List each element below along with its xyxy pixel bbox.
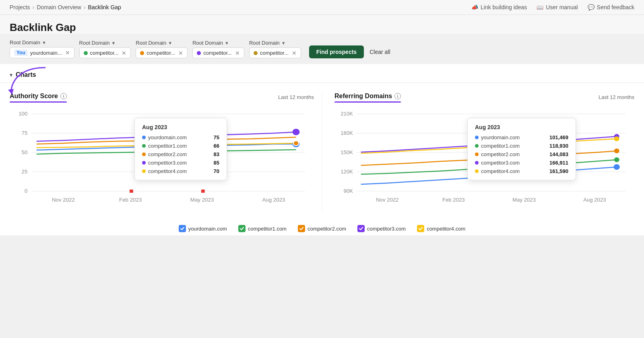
- dot-4: [254, 51, 258, 55]
- close-pill-4[interactable]: ✕: [292, 50, 297, 56]
- dot-2: [140, 51, 144, 55]
- breadcrumb-projects[interactable]: Projects: [10, 4, 30, 10]
- filter-group-0: Root Domain ▼ You yourdomain... ✕: [10, 39, 74, 58]
- filter-pill-0: You yourdomain... ✕: [10, 47, 74, 58]
- tooltip-row-as-2: competitor2.com 83: [142, 151, 219, 157]
- svg-text:90K: 90K: [344, 189, 353, 194]
- svg-text:Aug 2023: Aug 2023: [262, 198, 285, 203]
- svg-point-18: [293, 141, 299, 146]
- referring-domains-tooltip: Aug 2023 yourdomain.com 101,469 competit…: [467, 118, 576, 180]
- svg-text:May 2023: May 2023: [190, 198, 214, 203]
- legend-item-1[interactable]: competitor1.com: [238, 225, 287, 232]
- page-title: Backlink Gap: [10, 21, 634, 34]
- page-title-bar: Backlink Gap: [0, 15, 644, 34]
- filter-group-4: Root Domain ▼ competitor... ✕: [249, 40, 301, 58]
- referring-domains-underline: [334, 101, 401, 103]
- root-domain-label-3[interactable]: Root Domain ▼: [192, 40, 244, 46]
- comment-icon: 💬: [588, 4, 594, 10]
- svg-text:50: 50: [22, 150, 28, 155]
- authority-score-chart: 100 75 50 25 0 Nov 2022 Feb 2023 May 202…: [10, 106, 314, 212]
- svg-text:150K: 150K: [341, 150, 353, 155]
- referring-domains-chart: 210K 180K 150K 120K 90K Nov 2022 Feb 202…: [334, 106, 634, 212]
- svg-text:100: 100: [19, 111, 27, 117]
- svg-text:Nov 2022: Nov 2022: [376, 198, 398, 203]
- svg-text:210K: 210K: [341, 111, 353, 117]
- tooltip-row-rd-3: competitor3.com 166,911: [475, 160, 568, 166]
- header-actions: 📣 Link building ideas 📖 User manual 💬 Se…: [471, 4, 634, 10]
- legend-item-0[interactable]: yourdomain.com: [179, 225, 227, 232]
- referring-domains-info-icon[interactable]: i: [394, 93, 401, 99]
- tooltip-row-as-0: yourdomain.com 75: [142, 134, 219, 140]
- referring-domains-title: Referring Domains: [334, 93, 392, 100]
- svg-rect-15: [130, 190, 133, 193]
- tooltip-row-as-1: competitor1.com 66: [142, 143, 219, 149]
- filter-group-3: Root Domain ▼ competitor... ✕: [192, 40, 244, 58]
- svg-marker-0: [8, 89, 14, 95]
- annotation-arrow: [5, 66, 53, 98]
- svg-rect-16: [201, 190, 205, 193]
- clear-all-button[interactable]: Clear all: [368, 45, 392, 58]
- tooltip-date-rd: Aug 2023: [475, 124, 568, 130]
- pill-text-4: competitor...: [260, 50, 289, 56]
- legend-domain-2: competitor2.com: [308, 226, 346, 232]
- tooltip-date-as: Aug 2023: [142, 124, 219, 130]
- send-feedback-link[interactable]: 💬 Send feedback: [588, 4, 634, 10]
- root-domain-label-2[interactable]: Root Domain ▼: [136, 40, 188, 46]
- megaphone-icon: 📣: [471, 4, 478, 10]
- legend-item-4[interactable]: competitor4.com: [417, 225, 465, 232]
- authority-score-info-icon[interactable]: i: [60, 93, 67, 99]
- dot-3: [197, 51, 201, 55]
- legend-check-2: [298, 225, 305, 232]
- legend-domain-0: yourdomain.com: [188, 226, 227, 232]
- authority-score-tooltip: Aug 2023 yourdomain.com 75 competitor1.c…: [134, 118, 227, 180]
- main-content: ▾ Charts Authority Score i Last 12 month…: [0, 64, 644, 235]
- book-icon: 📖: [537, 4, 543, 10]
- chevron-down-icon: ▼: [168, 41, 172, 45]
- chevron-down-icon: ▼: [42, 40, 46, 45]
- close-pill-1[interactable]: ✕: [122, 50, 126, 56]
- breadcrumb-domain-overview[interactable]: Domain Overview: [37, 4, 81, 10]
- chevron-down-icon: ▼: [225, 41, 229, 45]
- close-pill-3[interactable]: ✕: [235, 50, 240, 56]
- svg-text:May 2023: May 2023: [512, 198, 536, 203]
- close-pill-2[interactable]: ✕: [178, 50, 183, 56]
- tooltip-row-rd-1: competitor1.com 118,930: [475, 143, 568, 149]
- svg-point-38: [614, 136, 619, 141]
- svg-text:180K: 180K: [341, 131, 353, 136]
- root-domain-label-4[interactable]: Root Domain ▼: [249, 40, 301, 46]
- find-prospects-button[interactable]: Find prospects: [309, 45, 364, 58]
- root-domain-label-1[interactable]: Root Domain ▼: [79, 40, 131, 46]
- filter-pill-2: competitor... ✕: [136, 47, 188, 58]
- tooltip-row-rd-4: competitor4.com 161,590: [475, 168, 568, 174]
- pill-text-2: competitor...: [147, 50, 175, 56]
- tooltip-row-rd-2: competitor2.com 144,083: [475, 151, 568, 157]
- svg-text:75: 75: [22, 131, 28, 136]
- svg-text:Aug 2023: Aug 2023: [583, 198, 606, 203]
- you-badge: You: [14, 49, 28, 56]
- authority-score-header: Authority Score i Last 12 months: [10, 93, 314, 103]
- breadcrumb: Projects › Domain Overview › Backlink Ga…: [10, 4, 121, 10]
- legend-item-2[interactable]: competitor2.com: [298, 225, 346, 232]
- filter-pill-1: competitor... ✕: [79, 47, 131, 58]
- filter-bar: Root Domain ▼ You yourdomain... ✕ Root D…: [0, 34, 644, 64]
- authority-score-period: Last 12 months: [278, 94, 314, 100]
- legend-item-3[interactable]: competitor3.com: [357, 225, 406, 232]
- link-building-ideas-link[interactable]: 📣 Link building ideas: [471, 4, 527, 10]
- chevron-down-icon: ▼: [281, 41, 286, 45]
- root-domain-label-0[interactable]: Root Domain ▼: [10, 39, 74, 45]
- user-manual-link[interactable]: 📖 User manual: [537, 4, 578, 10]
- pill-text-3: competitor...: [203, 50, 232, 56]
- close-pill-0[interactable]: ✕: [65, 50, 70, 56]
- tooltip-row-rd-0: yourdomain.com 101,469: [475, 134, 568, 140]
- dot-1: [84, 51, 88, 55]
- legend-domain-1: competitor1.com: [248, 226, 287, 232]
- svg-text:0: 0: [25, 189, 27, 194]
- referring-domains-header: Referring Domains i Last 12 months: [334, 93, 634, 103]
- authority-score-section: Authority Score i Last 12 months 100: [10, 93, 322, 212]
- pill-text-1: competitor...: [90, 50, 119, 56]
- referring-domains-period: Last 12 months: [599, 94, 634, 100]
- charts-header[interactable]: ▾ Charts: [0, 64, 644, 83]
- chart-legend: yourdomain.com competitor1.com competito…: [0, 218, 644, 235]
- svg-point-19: [293, 129, 300, 135]
- authority-score-underline: [10, 101, 67, 103]
